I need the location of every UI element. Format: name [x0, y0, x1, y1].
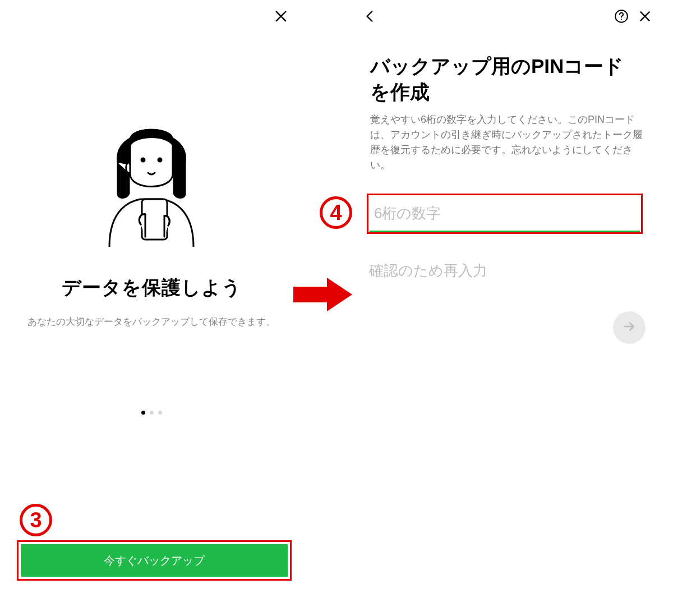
create-pin-title: バックアップ用のPINコードを作成 — [370, 53, 639, 104]
pin-input[interactable] — [370, 196, 640, 232]
pin-input-highlight — [367, 194, 643, 234]
flow-arrow-icon — [293, 278, 352, 311]
data-protect-title: データを保護しよう — [0, 275, 303, 301]
callout-step-3: 3 — [20, 504, 52, 536]
svg-point-3 — [158, 158, 162, 162]
svg-point-7 — [621, 19, 622, 20]
pager-dot[interactable] — [141, 411, 145, 415]
pager-dot[interactable] — [150, 411, 154, 415]
arrow-right-icon — [622, 319, 637, 336]
pin-confirm-input[interactable]: 確認のため再入力 — [369, 261, 641, 281]
create-pin-description: 覚えやすい6桁の数字を入力してください。このPINコードは、アカウントの引き継ぎ… — [370, 112, 645, 173]
data-protect-subtitle: あなたの大切なデータをバックアップして保存できます。 — [0, 314, 303, 329]
svg-point-2 — [141, 158, 145, 162]
callout-badge: 3 — [20, 504, 52, 536]
right-topbar — [356, 3, 659, 31]
close-icon[interactable] — [273, 8, 289, 26]
pager-dots — [0, 411, 303, 415]
person-phone-illustration — [87, 107, 216, 247]
help-icon[interactable] — [614, 9, 629, 26]
callout-badge: 4 — [320, 196, 352, 229]
next-button[interactable] — [613, 311, 646, 344]
back-icon[interactable] — [363, 9, 377, 26]
right-topbar-actions — [614, 9, 652, 26]
left-topbar — [0, 3, 303, 31]
backup-now-button[interactable]: 今すぐバックアップ — [21, 544, 288, 577]
right-screen: バックアップ用のPINコードを作成 覚えやすい6桁の数字を入力してください。この… — [356, 0, 659, 616]
pager-dot[interactable] — [158, 411, 162, 415]
close-icon[interactable] — [638, 9, 652, 26]
callout-step-4: 4 — [320, 196, 352, 229]
svg-marker-5 — [293, 278, 352, 311]
backup-button-highlight: 今すぐバックアップ — [17, 540, 292, 581]
